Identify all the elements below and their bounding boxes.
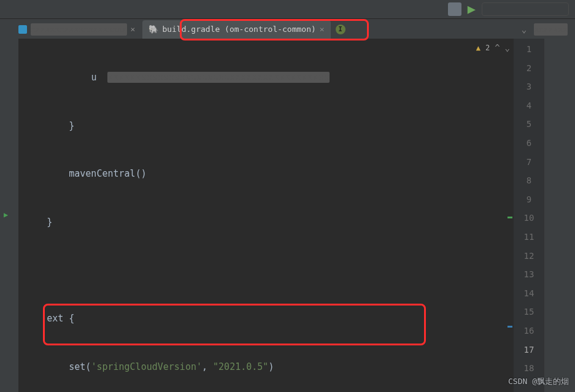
chevron-down-icon[interactable]: ⌄ (522, 23, 527, 36)
code-text: "2021.0.5" (213, 361, 268, 372)
line-number: 5 (514, 115, 544, 134)
code-text: u (91, 72, 96, 83)
tab-overflow: ⌄ xxxxxxx (515, 20, 574, 39)
close-icon[interactable]: × (320, 23, 325, 36)
close-icon[interactable]: × (131, 23, 136, 36)
editor-tabs: xxxxxxxxxxxxxxxxxxxx × 🐘 build.gradle (o… (0, 19, 575, 39)
line-number: 11 (514, 228, 544, 247)
code-text: set (69, 361, 85, 372)
gradle-icon: 🐘 (149, 23, 158, 36)
code-text: { (63, 313, 74, 324)
run-gutter-icon[interactable]: ▶ (4, 209, 8, 221)
code-text: mavenCentral (69, 168, 135, 179)
code-text: , (202, 361, 213, 372)
line-number: 2 (514, 59, 544, 78)
code-text: } (47, 217, 52, 228)
warning-icon: ▲ (476, 42, 480, 54)
line-number: 7 (514, 153, 544, 172)
toolbar: ▶ (0, 0, 575, 19)
code-text: } (69, 120, 74, 131)
line-number: 3 (514, 77, 544, 96)
run-icon[interactable]: ▶ (468, 0, 476, 20)
info-icon: I (336, 25, 345, 34)
marker-green[interactable] (507, 217, 512, 218)
line-number: 4 (514, 96, 544, 115)
file-icon (18, 25, 27, 34)
left-gutter: ▶ (0, 39, 18, 392)
chevron-up-icon[interactable]: ^ (495, 41, 500, 55)
right-sidebar (544, 39, 575, 392)
tab-3[interactable]: I (332, 20, 349, 39)
warning-count: 2 (485, 42, 490, 54)
line-number-gutter: 1 2 3 4 5 6 7 8 9 10 11 12 13 14 15 16 1… (514, 39, 544, 392)
scroll-markers (506, 39, 514, 392)
line-number: 12 (514, 247, 544, 266)
tab-label-redacted: xxxxxxx (534, 23, 568, 36)
line-number: 1 (514, 40, 544, 59)
line-number: 13 (514, 265, 544, 284)
code-text: ) (268, 361, 274, 372)
tab-build-gradle[interactable]: 🐘 build.gradle (om-control-common) × (142, 20, 330, 39)
watermark-text: CSDN @飘走的烟 (508, 375, 569, 388)
line-number: 9 (514, 190, 544, 209)
tab-label-redacted: xxxxxxxxxxxxxxxxxxxx (31, 23, 127, 36)
line-number: 16 (514, 321, 544, 340)
code-text: ext (47, 313, 63, 324)
user-icon[interactable] (448, 2, 461, 16)
line-number: 17 (514, 340, 544, 359)
inspection-widget[interactable]: ▲ 2 ^ ⌄ (476, 41, 510, 55)
code-editor[interactable]: ▲ 2 ^ ⌄ u xxxxxxxxxxxxxxxxxxxxxxxxxxxxxx… (18, 39, 514, 392)
code-text: 'springCloudVersion' (91, 361, 202, 372)
line-number: 14 (514, 284, 544, 303)
code-text: () (136, 168, 147, 179)
line-number: 6 (514, 134, 544, 153)
line-number: 15 (514, 302, 544, 321)
line-number: 10 (514, 209, 544, 228)
tab-1[interactable]: xxxxxxxxxxxxxxxxxxxx × (12, 20, 141, 39)
line-number: 8 (514, 171, 544, 190)
line-number: 18 (514, 359, 544, 378)
tab-label: build.gradle (om-control-common) (162, 23, 315, 36)
run-config-selector[interactable] (482, 2, 569, 16)
marker-blue[interactable] (507, 326, 512, 328)
